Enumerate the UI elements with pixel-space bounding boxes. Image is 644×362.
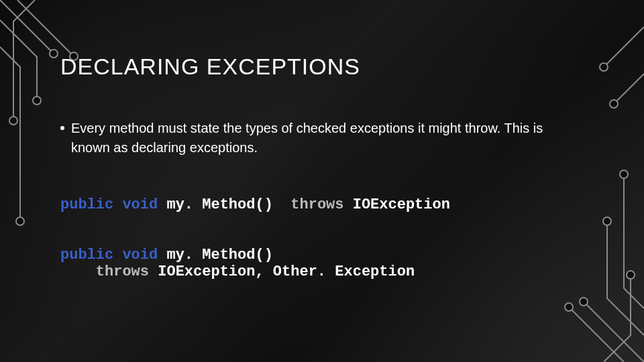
keyword-void: void: [122, 247, 158, 263]
keyword-void: void: [122, 196, 158, 213]
bullet-dot-icon: [60, 126, 64, 130]
method-name: my. Method(): [166, 196, 272, 213]
exception-list: IOException: [353, 196, 450, 213]
indent: [60, 263, 96, 280]
slide-title: DECLARING EXCEPTIONS: [60, 54, 604, 80]
exception-list: IOException, Other. Exception: [158, 263, 415, 280]
bullet-block: Every method must state the types of che…: [60, 119, 550, 158]
keyword-throws: throws: [96, 263, 149, 280]
code-snippet-1: public void my. Method() throws IOExcept…: [60, 196, 604, 213]
method-name: my. Method(): [166, 247, 272, 263]
bullet-text: Every method must state the types of che…: [71, 119, 550, 158]
keyword-public: public: [60, 196, 113, 213]
slide-content: DECLARING EXCEPTIONS Every method must s…: [60, 54, 604, 280]
keyword-public: public: [60, 247, 113, 263]
keyword-throws: throws: [290, 196, 343, 213]
code-snippet-2: public void my. Method() throws IOExcept…: [60, 247, 604, 280]
